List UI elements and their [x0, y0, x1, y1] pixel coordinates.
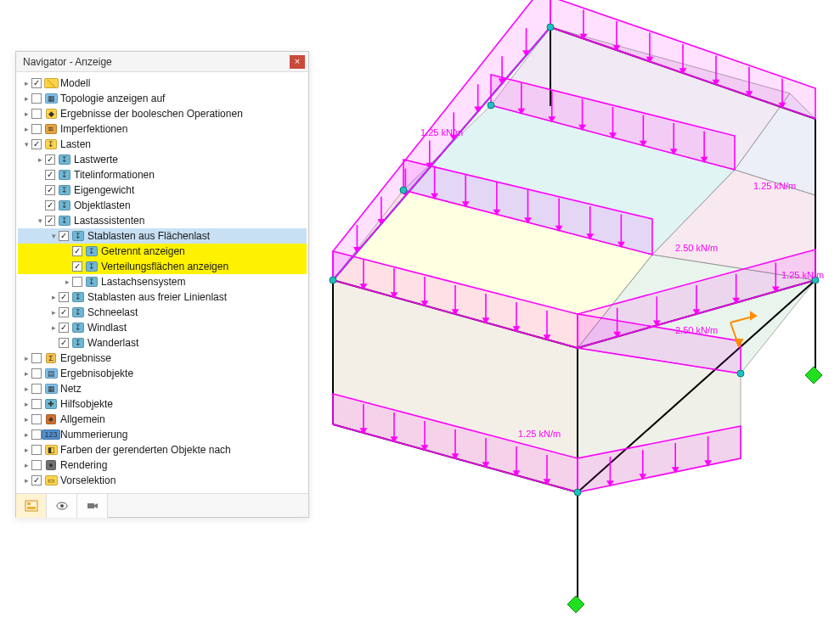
checkbox[interactable] [59, 231, 69, 241]
node-marker[interactable] [330, 277, 336, 283]
support-marker[interactable] [805, 367, 822, 384]
checkbox[interactable] [59, 292, 69, 302]
panel-footer [16, 493, 308, 517]
expand-toggle[interactable]: ▾ [35, 216, 45, 225]
checkbox[interactable] [31, 384, 42, 394]
expand-toggle[interactable]: ▸ [21, 109, 31, 118]
checkbox[interactable] [31, 353, 42, 363]
load-icon: ↧ [85, 276, 99, 288]
expand-toggle[interactable]: ▸ [48, 323, 59, 332]
expand-toggle[interactable]: ▾ [48, 232, 59, 240]
node-marker[interactable] [400, 187, 407, 194]
help-icon: ✚ [44, 398, 58, 410]
footer-tab-camera[interactable] [77, 494, 108, 518]
expand-toggle[interactable]: ▸ [62, 278, 72, 286]
tree-item[interactable]: ▸♣Allgemein [18, 412, 307, 427]
checkbox[interactable] [45, 154, 55, 165]
expand-toggle[interactable]: ▸ [48, 293, 59, 301]
checkbox[interactable] [45, 170, 55, 180]
tree-item[interactable]: ▸▦Topologie anzeigen auf [18, 91, 307, 106]
tree-item[interactable]: ↧Objektlasten [18, 198, 307, 213]
tree-item[interactable]: ▸▭Vorselektion [18, 473, 307, 488]
checkbox[interactable] [31, 124, 42, 134]
checkbox[interactable] [31, 445, 42, 455]
load-value-label: 2.50 kN/m [675, 325, 718, 335]
tree-item[interactable]: ↧Wanderlast [18, 335, 307, 351]
expand-toggle[interactable]: ▸ [21, 369, 31, 378]
node-marker[interactable] [574, 489, 581, 496]
expand-toggle[interactable]: ▸ [21, 476, 31, 485]
expand-toggle[interactable]: ▸ [21, 125, 31, 133]
tree-item[interactable]: ▸123Nummerierung [18, 427, 307, 442]
checkbox[interactable] [45, 216, 55, 226]
expand-toggle[interactable]: ▾ [21, 140, 31, 149]
checkbox[interactable] [31, 139, 42, 149]
checkbox[interactable] [45, 185, 55, 195]
tree-item[interactable]: ▸≋Imperfektionen [18, 121, 307, 137]
tree-item[interactable]: ▸▦Netz [18, 381, 307, 396]
node-marker[interactable] [488, 102, 494, 109]
tree-item[interactable]: ▾↧Lastassistenten [18, 213, 307, 228]
navigator-icon [25, 500, 38, 512]
checkbox[interactable] [31, 399, 42, 409]
checkbox[interactable] [59, 338, 69, 348]
tree-item[interactable]: ▸●Rendering [18, 457, 307, 473]
checkbox[interactable] [72, 261, 82, 272]
tree-item[interactable]: ▸◆Ergebnisse der booleschen Operationen [18, 106, 307, 121]
expand-toggle[interactable]: ▸ [21, 79, 31, 87]
svg-marker-6 [94, 503, 98, 508]
tree-item[interactable]: ↧Verteilungsflächen anzeigen [18, 259, 307, 274]
tree-item[interactable]: ▸↧Schneelast [18, 305, 307, 320]
tree-item[interactable]: ▸◧Farben der gerenderten Objekte nach [18, 442, 307, 457]
footer-tab-navigator[interactable] [16, 494, 47, 518]
checkbox[interactable] [31, 109, 42, 119]
tree-item-label: Objektlasten [74, 199, 131, 211]
checkbox[interactable] [72, 246, 82, 256]
tree-item[interactable]: ▸▤Ergebnisobjekte [18, 366, 307, 381]
checkbox[interactable] [59, 307, 69, 317]
checkbox[interactable] [31, 414, 42, 424]
node-marker[interactable] [737, 370, 744, 377]
tree-item[interactable]: ▸↧Lastwerte [18, 152, 307, 167]
footer-tab-views[interactable] [47, 494, 77, 518]
support-marker[interactable] [567, 596, 584, 613]
expand-toggle[interactable]: ▸ [21, 384, 31, 393]
checkbox[interactable] [72, 277, 82, 287]
tree-item[interactable]: ▸↧Stablasten aus freier Linienlast [18, 289, 307, 305]
expand-toggle[interactable]: ▸ [35, 155, 45, 164]
expand-toggle[interactable]: ▸ [21, 415, 31, 424]
svg-rect-1 [27, 502, 31, 505]
tree-item[interactable]: ▸✚Hilfsobjekte [18, 396, 307, 412]
expand-toggle[interactable]: ▸ [21, 94, 31, 103]
expand-toggle[interactable]: ▸ [21, 430, 31, 439]
expand-toggle[interactable]: ▸ [48, 308, 59, 317]
expand-toggle[interactable]: ▸ [21, 446, 31, 454]
expand-toggle[interactable]: ▸ [21, 400, 31, 408]
checkbox[interactable] [31, 475, 42, 485]
tree-item[interactable]: ▸ΣErgebnisse [18, 351, 307, 366]
model-viewport[interactable]: 1.25 kN/m1.25 kN/m2.50 kN/m1.25 kN/m2.50… [314, 0, 839, 623]
tree-item[interactable]: ▾↧Lasten [18, 137, 307, 152]
svg-point-4 [60, 504, 64, 508]
tree-item[interactable]: ↧Eigengewicht [18, 182, 307, 198]
checkbox[interactable] [59, 323, 69, 333]
checkbox[interactable] [31, 78, 42, 88]
close-button[interactable]: × [290, 55, 305, 69]
tree-item[interactable]: ↧Getrennt anzeigen [18, 244, 307, 259]
checkbox[interactable] [31, 429, 42, 440]
checkbox[interactable] [31, 93, 42, 104]
expand-toggle[interactable]: ▸ [21, 354, 31, 362]
tree-item-label: Windlast [87, 322, 127, 334]
node-marker[interactable] [547, 24, 554, 31]
tree-item[interactable]: ▸📐Modell [18, 76, 307, 91]
tree-item[interactable]: ▾↧Stablasten aus Flächenlast [18, 228, 307, 244]
checkbox[interactable] [31, 460, 42, 470]
tree-item-label: Wanderlast [87, 337, 138, 349]
render-icon: ● [44, 459, 58, 471]
expand-toggle[interactable]: ▸ [21, 461, 31, 469]
checkbox[interactable] [31, 368, 42, 379]
tree-item[interactable]: ↧Titelinformationen [18, 167, 307, 182]
tree-item[interactable]: ▸↧Windlast [18, 320, 307, 335]
tree-item[interactable]: ▸↧Lastachsensystem [18, 274, 307, 289]
checkbox[interactable] [45, 200, 55, 210]
